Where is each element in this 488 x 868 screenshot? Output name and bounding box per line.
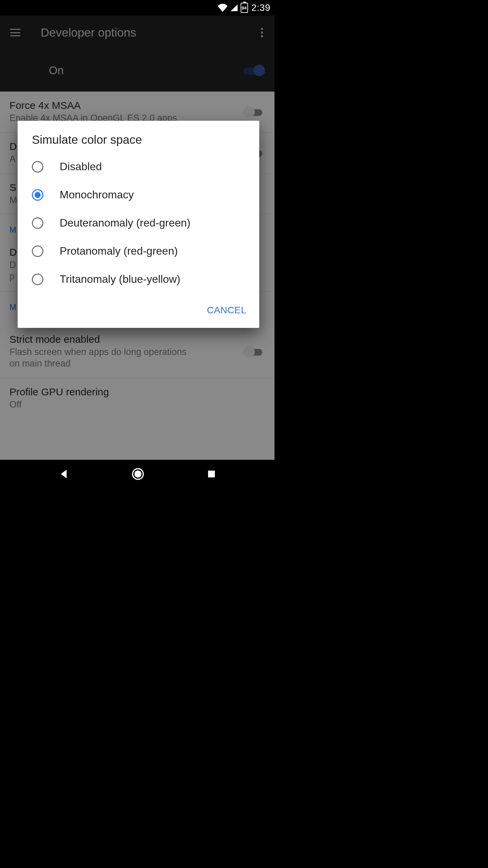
option-deuteranomaly[interactable]: Deuteranomaly (red-green) xyxy=(18,209,259,237)
dialog-title: Simulate color space xyxy=(18,133,259,153)
status-clock: 2:39 xyxy=(250,2,271,13)
option-monochromacy[interactable]: Monochromacy xyxy=(18,181,259,209)
nav-bar xyxy=(0,460,274,488)
svg-rect-2 xyxy=(208,471,215,477)
device-frame: 94 2:39 Developer options On Force 4x MS… xyxy=(0,0,274,488)
nav-home-icon[interactable] xyxy=(131,467,145,481)
dialog-simulate-color-space: Simulate color space Disabled Monochroma… xyxy=(18,121,259,328)
radio-icon xyxy=(32,161,43,173)
radio-icon xyxy=(32,274,43,285)
cancel-button[interactable]: CANCEL xyxy=(202,302,251,318)
radio-icon xyxy=(32,189,43,201)
wifi-icon xyxy=(218,4,228,12)
nav-back-icon[interactable] xyxy=(58,468,69,480)
svg-point-1 xyxy=(134,471,141,478)
radio-icon xyxy=(32,217,43,229)
radio-icon xyxy=(32,245,43,257)
option-protanomaly[interactable]: Protanomaly (red-green) xyxy=(18,237,259,265)
option-disabled[interactable]: Disabled xyxy=(18,153,259,181)
option-label: Tritanomaly (blue-yellow) xyxy=(60,273,180,285)
status-bar: 94 2:39 xyxy=(0,0,274,16)
nav-recent-icon[interactable] xyxy=(206,469,217,479)
cell-signal-icon xyxy=(230,4,239,12)
option-label: Deuteranomaly (red-green) xyxy=(60,217,190,229)
option-label: Protanomaly (red-green) xyxy=(60,245,178,257)
option-label: Disabled xyxy=(60,160,102,173)
option-label: Monochromacy xyxy=(60,189,134,201)
dialog-actions: CANCEL xyxy=(18,293,259,322)
option-tritanomaly[interactable]: Tritanomaly (blue-yellow) xyxy=(18,265,259,293)
battery-percent: 94 xyxy=(242,5,246,11)
battery-icon: 94 xyxy=(241,3,248,13)
